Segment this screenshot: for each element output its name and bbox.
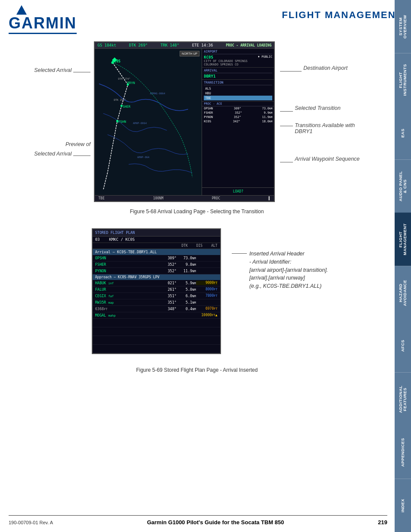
fp-route-num: 03 bbox=[95, 237, 100, 242]
sidebar-item-flight-management[interactable]: FLIGHTMANAGEMENT bbox=[395, 213, 411, 266]
wp-dis-pynon: 11.9NM bbox=[262, 115, 272, 119]
fp-pynon-name: PYNON bbox=[95, 269, 162, 273]
fp-opshn-name: OPSHN bbox=[95, 256, 162, 260]
airport-public: ♦ PUBLIC bbox=[258, 55, 273, 59]
svg-text:APMHG-0064: APMHG-0064 bbox=[150, 92, 165, 95]
callout-line1: [arrival airport]-[arrival transition]. bbox=[249, 266, 328, 274]
figure2-container: STORED FLIGHT PLAN 03 KMKC / KC0S DTK DI… bbox=[9, 228, 385, 373]
leader-line-4 bbox=[280, 111, 293, 112]
transitions-available-annotation: Transitions Available with DBRY1 bbox=[280, 122, 360, 134]
fp-pynon-dis: 11.9NM bbox=[177, 269, 196, 273]
load-button[interactable]: LOAD? bbox=[202, 187, 274, 195]
garmin-logo: GARMIN bbox=[9, 5, 77, 34]
fp-row-pynon: PYNON 352° 11.9NM bbox=[93, 268, 220, 274]
sidebar-item-hazard[interactable]: HAZARDAVOIDANCE bbox=[395, 266, 411, 320]
arrival-name: DBRY1 bbox=[204, 74, 272, 78]
fp-6368-dis: 0.4NM bbox=[177, 307, 196, 311]
fp-empty-row3 bbox=[93, 336, 220, 345]
dbry1-label: DBRY1 bbox=[295, 128, 355, 134]
sidebar-item-flight-instruments[interactable]: FLIGHTINSTRUMENTS bbox=[395, 53, 411, 107]
sidebar-item-system-overview[interactable]: SYSTEMOVERVIEW bbox=[395, 0, 411, 53]
svg-point-6 bbox=[116, 120, 118, 122]
inserted-arrival-annotation: Inserted Arrival Header - Arrival Identi… bbox=[232, 250, 328, 290]
col-alt: ALT bbox=[211, 244, 217, 248]
fp-stored-header: STORED FLIGHT PLAN bbox=[93, 229, 220, 236]
leader-line-5 bbox=[280, 126, 293, 126]
figure2-labels: Inserted Arrival Header - Arrival Identi… bbox=[221, 228, 328, 294]
callout-line2: [arrival].[arrival runway] bbox=[249, 274, 328, 282]
sidebar-item-audio-panel[interactable]: AUDIO PANEL& CNS bbox=[395, 160, 411, 213]
waypoint-seq-header: PROC - ACE bbox=[202, 102, 274, 106]
dest-airport-annotation: Destination Airport bbox=[280, 65, 360, 77]
fp-6368-dtk: 348° bbox=[162, 307, 177, 311]
wp-name-pynon: PYNON bbox=[204, 115, 213, 119]
svg-text:AMHP-064: AMHP-064 bbox=[137, 156, 150, 159]
waypoint-header-label: PROC - ACE bbox=[204, 102, 222, 106]
logo-underline bbox=[9, 33, 77, 34]
fp-approach-header: Approach – KC0S-RNAV 35RGPS LPV bbox=[93, 274, 220, 280]
transition-als[interactable]: ALS bbox=[204, 86, 272, 91]
screen-top-bar: GS 184kt DTK 269° TRK 148° ETE 14:36 PRO… bbox=[95, 42, 274, 49]
fp-row-fsher: FSHER 352° 9.8NM bbox=[93, 261, 220, 268]
map-area: NORTH UP KC0S BRYN FSHER OPSHN bbox=[95, 49, 202, 195]
fp-6368-name: 6368FT bbox=[95, 307, 162, 311]
figure1-left-labels: Selected Arrival Preview of Selected Arr… bbox=[34, 41, 94, 202]
arrival-waypoint-label: Arrival Waypoint Sequence bbox=[295, 156, 360, 162]
col-dtk: DTK bbox=[181, 244, 187, 248]
transition-hbu[interactable]: HBU bbox=[204, 91, 272, 96]
proc-panel: AIRPORT KC0S ♦ PUBLIC CITY OF COLORADO S… bbox=[202, 49, 274, 195]
fp-opshn-dtk: 309° bbox=[162, 256, 177, 260]
fp-opshn-alt bbox=[196, 256, 218, 260]
transition-tbe-selected[interactable]: TBE bbox=[204, 96, 272, 100]
page-title: FLIGHT MANAGEMENT bbox=[282, 5, 402, 21]
fp-rw35r-alt bbox=[196, 300, 218, 305]
callout-dash: - Arrival Identifier: bbox=[249, 258, 328, 266]
proc-cursor: ▌ bbox=[268, 196, 271, 200]
map-svg: APMHG-0064 AMHP-0064 AMHP-064 DTK 274° D… bbox=[95, 49, 202, 195]
dtk-display: DTK 269° bbox=[129, 43, 147, 47]
trk-display: TRK 148° bbox=[161, 43, 179, 47]
leader-line-6 bbox=[280, 162, 293, 162]
leader-line-1 bbox=[73, 72, 90, 72]
sidebar-item-eas[interactable]: EAS bbox=[395, 106, 411, 160]
fp-rw35r-dis: 5.1NM bbox=[177, 300, 196, 305]
fp-habuk-dis: 5.9NM bbox=[177, 281, 196, 285]
fp-empty-row2 bbox=[93, 327, 220, 336]
transition-section-header: TRANSITION bbox=[204, 81, 272, 85]
airport-city1: CITY OF COLORADO SPRINGS bbox=[204, 59, 272, 63]
selected-arrival2-label: Selected Arrival bbox=[34, 151, 72, 157]
fp-cegix-dtk: 351° bbox=[162, 294, 177, 298]
col-dis: DIS bbox=[196, 244, 202, 248]
fp-opshn-dis: 73.0NM bbox=[177, 256, 196, 260]
arrival-section-header: ARRIVAL bbox=[204, 68, 272, 73]
waypoint-opshn: OPSHN 309° 73.0NM bbox=[202, 106, 274, 111]
fp-row-mogal: MOGAL mahp 10000FT▲ bbox=[93, 312, 220, 319]
fp-falur-dtk: 261° bbox=[162, 287, 177, 292]
sidebar-item-appendices[interactable]: APPENDICES bbox=[395, 426, 411, 479]
tbe-label: TBE bbox=[98, 196, 104, 200]
main-content: Selected Arrival Preview of Selected Arr… bbox=[0, 34, 411, 390]
arrival-waypoint-annotation: Arrival Waypoint Sequence bbox=[280, 156, 360, 168]
fp-empty-row1 bbox=[93, 319, 220, 327]
sidebar-item-additional[interactable]: ADDITIONALFEATURES bbox=[395, 373, 411, 426]
sidebar-item-afcs[interactable]: AFCS bbox=[395, 319, 411, 373]
fp-habuk-dtk: 021° bbox=[162, 281, 177, 285]
wp-name-fsher: FSHER bbox=[204, 111, 213, 115]
wp-dtk-fsher: 352° bbox=[235, 111, 242, 115]
fp-row-cegix: CEGIX faf 351° 6.0NM 7800FT bbox=[93, 293, 220, 299]
waypoint-pynon: PYNON 352° 11.9NM bbox=[202, 115, 274, 119]
fp-fsher-dtk: 352° bbox=[162, 262, 177, 267]
fp-6368-alt: 6970FT bbox=[196, 307, 218, 311]
sidebar-tabs: SYSTEMOVERVIEW FLIGHTINSTRUMENTS EAS AUD… bbox=[395, 0, 411, 532]
fp-mogal-dis bbox=[177, 313, 196, 317]
transitions-available-label: Transitions Available with bbox=[295, 122, 355, 128]
transition-section: TRANSITION ALS HBU TBE bbox=[202, 80, 274, 102]
nm-display: 100NM bbox=[153, 196, 163, 200]
fp-rw35r-name: RW35R map bbox=[95, 300, 162, 305]
avionics-screen-1: GS 184kt DTK 269° TRK 148° ETE 14:36 PRO… bbox=[94, 41, 275, 202]
figure1-right-labels: Destination Airport Selected Transition … bbox=[275, 41, 360, 202]
page-header: GARMIN FLIGHT MANAGEMENT bbox=[0, 0, 411, 34]
arrival-section: ARRIVAL DBRY1 bbox=[202, 68, 274, 80]
fp-fsher-dis: 9.8NM bbox=[177, 262, 196, 267]
sidebar-item-index[interactable]: INDEX bbox=[395, 479, 411, 532]
